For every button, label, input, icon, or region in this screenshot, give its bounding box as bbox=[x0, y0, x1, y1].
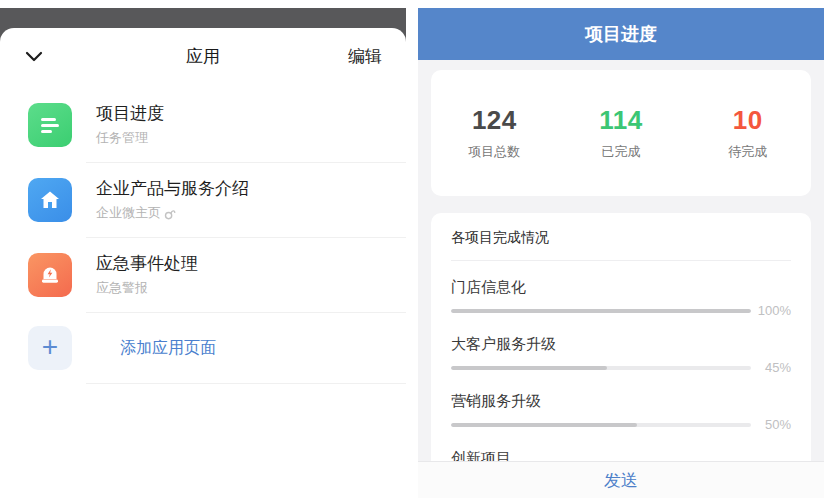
project-progress-preview: 项目进度 124 项目总数 114 已完成 10 待完成 各项目完成情况 门店信… bbox=[418, 0, 824, 498]
stat-completed: 114 已完成 bbox=[558, 105, 685, 161]
project-row: 大客户服务升级 45% bbox=[451, 335, 791, 375]
project-name: 门店信息化 bbox=[451, 278, 791, 296]
app-picker-sheet: 应用 编辑 项目进度 任务管理 bbox=[0, 28, 406, 498]
section-title: 各项目完成情况 bbox=[451, 229, 791, 247]
project-row: 门店信息化 100% bbox=[451, 278, 791, 318]
sheet-header: 应用 编辑 bbox=[0, 34, 406, 78]
progress-percent: 50% bbox=[751, 417, 791, 432]
app-item-project-progress[interactable]: 项目进度 任务管理 bbox=[0, 88, 406, 162]
plus-glyph: + bbox=[42, 333, 58, 361]
home-icon bbox=[28, 178, 72, 222]
app-item-texts: 项目进度 任务管理 bbox=[96, 103, 164, 147]
app-item-subtitle: 任务管理 bbox=[96, 129, 164, 147]
stat-pending: 10 待完成 bbox=[684, 105, 811, 161]
tasks-list-icon bbox=[28, 103, 72, 147]
stat-total: 124 项目总数 bbox=[431, 105, 558, 161]
app-picker-panel: 应用 编辑 项目进度 任务管理 bbox=[0, 0, 406, 498]
separator bbox=[86, 383, 406, 384]
preview-body: 124 项目总数 114 已完成 10 待完成 各项目完成情况 门店信息化 bbox=[418, 60, 824, 461]
progress-track bbox=[451, 366, 751, 370]
stat-value: 10 bbox=[684, 105, 811, 136]
preview-header: 项目进度 bbox=[418, 8, 824, 60]
progress-fill bbox=[451, 423, 637, 427]
project-row: 营销服务升级 50% bbox=[451, 392, 791, 432]
app-item-subtitle-text: 企业微主页 bbox=[96, 204, 161, 222]
panel-title: 应用 bbox=[186, 45, 220, 68]
plus-icon: + bbox=[28, 326, 72, 370]
stats-card: 124 项目总数 114 已完成 10 待完成 bbox=[431, 70, 811, 196]
send-bar: 发送 bbox=[418, 461, 824, 498]
app-item-subtitle: 应急警报 bbox=[96, 279, 198, 297]
edit-button[interactable]: 编辑 bbox=[348, 45, 382, 68]
add-app-page-button[interactable]: + 添加应用页面 bbox=[0, 313, 406, 383]
app-item-title: 项目进度 bbox=[96, 103, 164, 125]
progress-percent: 45% bbox=[751, 360, 791, 375]
stat-value: 114 bbox=[558, 105, 685, 136]
divider bbox=[451, 260, 791, 261]
chevron-down-icon[interactable] bbox=[24, 48, 46, 64]
app-item-texts: 企业产品与服务介绍 企业微主页 bbox=[96, 178, 249, 222]
app-item-emergency[interactable]: 应急事件处理 应急警报 bbox=[0, 238, 406, 312]
project-name: 创新项目 bbox=[451, 449, 791, 461]
progress-fill bbox=[451, 309, 751, 313]
app-item-title: 企业产品与服务介绍 bbox=[96, 178, 249, 200]
projects-card: 各项目完成情况 门店信息化 100% 大客户服务升级 45% bbox=[431, 213, 811, 461]
stat-value: 124 bbox=[431, 105, 558, 136]
app-item-subtitle: 企业微主页 bbox=[96, 204, 249, 222]
app-item-title: 应急事件处理 bbox=[96, 253, 198, 275]
app-item-texts: 应急事件处理 应急警报 bbox=[96, 253, 198, 297]
progress-bar-row: 45% bbox=[451, 360, 791, 375]
project-row: 创新项目 bbox=[451, 449, 791, 461]
progress-track bbox=[451, 309, 751, 313]
app-item-company-intro[interactable]: 企业产品与服务介绍 企业微主页 bbox=[0, 163, 406, 237]
stat-label: 已完成 bbox=[558, 143, 685, 161]
link-icon bbox=[164, 207, 176, 220]
project-name: 大客户服务升级 bbox=[451, 335, 791, 353]
progress-percent: 100% bbox=[751, 303, 791, 318]
progress-bar-row: 50% bbox=[451, 417, 791, 432]
project-name: 营销服务升级 bbox=[451, 392, 791, 410]
alarm-icon bbox=[28, 253, 72, 297]
progress-bar-row: 100% bbox=[451, 303, 791, 318]
progress-fill bbox=[451, 366, 607, 370]
stat-label: 项目总数 bbox=[431, 143, 558, 161]
send-button[interactable]: 发送 bbox=[604, 469, 638, 492]
app-list: 项目进度 任务管理 企业产品与服务介绍 企业微主页 bbox=[0, 78, 406, 384]
stat-label: 待完成 bbox=[684, 143, 811, 161]
add-app-page-label: 添加应用页面 bbox=[120, 338, 216, 359]
progress-track bbox=[451, 423, 751, 427]
